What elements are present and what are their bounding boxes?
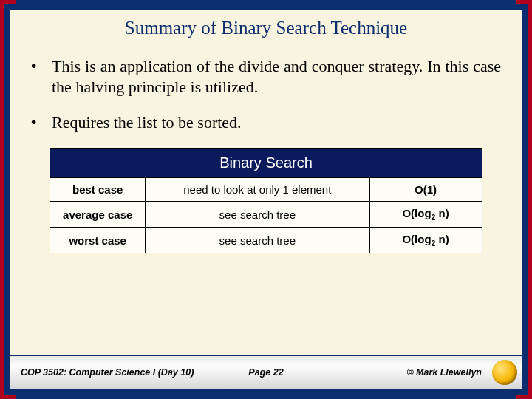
bigo-cell: O(log2 n) <box>369 228 482 253</box>
bullet-icon: • <box>31 56 52 98</box>
case-cell: average case <box>50 202 146 228</box>
complexity-table: Binary Search best case need to look at … <box>50 148 482 253</box>
table-row: average case see search tree O(log2 n) <box>50 202 482 228</box>
list-item: • This is an application of the divide a… <box>31 56 501 98</box>
list-item: • Requires the list to be sorted. <box>31 112 501 133</box>
desc-cell: need to look at only 1 element <box>145 178 369 202</box>
footer-author: © Mark Llewellyn <box>406 367 482 378</box>
slide-content: • This is an application of the divide a… <box>10 41 522 355</box>
desc-cell: see search tree <box>145 228 369 253</box>
ucf-logo-icon <box>492 360 517 385</box>
table-header-row: Binary Search <box>50 149 482 178</box>
bigo-cell: O(log2 n) <box>369 202 482 228</box>
slide-title: Summary of Binary Search Technique <box>10 10 522 41</box>
slide-body: Summary of Binary Search Technique • Thi… <box>9 9 523 390</box>
footer-page: Page 22 <box>248 367 283 378</box>
footer-course: COP 3502: Computer Science I (Day 10) <box>21 367 194 378</box>
slide-footer: COP 3502: Computer Science I (Day 10) Pa… <box>10 355 522 389</box>
bigo-cell: O(1) <box>369 178 482 202</box>
bullet-text: This is an application of the divide and… <box>52 56 501 98</box>
table-header: Binary Search <box>50 149 482 178</box>
desc-cell: see search tree <box>145 202 369 228</box>
bullet-list: • This is an application of the divide a… <box>31 56 501 133</box>
slide-frame-mid: Summary of Binary Search Technique • Thi… <box>4 4 528 395</box>
case-cell: best case <box>50 178 146 202</box>
table-row: worst case see search tree O(log2 n) <box>50 228 482 253</box>
table-row: best case need to look at only 1 element… <box>50 178 482 202</box>
bullet-text: Requires the list to be sorted. <box>52 112 501 133</box>
bullet-icon: • <box>31 112 52 133</box>
case-cell: worst case <box>50 228 146 253</box>
slide-frame-outer: Summary of Binary Search Technique • Thi… <box>0 0 532 399</box>
